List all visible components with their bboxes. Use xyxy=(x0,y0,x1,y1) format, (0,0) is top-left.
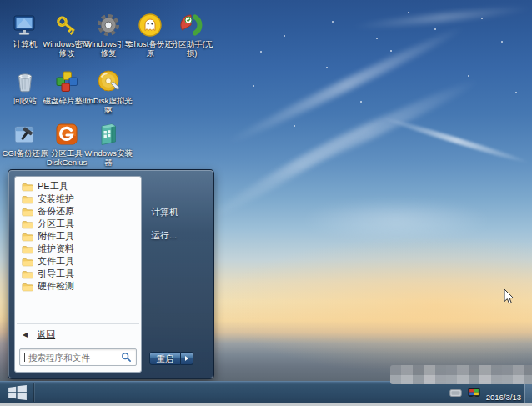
software-box-icon xyxy=(95,121,122,148)
diskgenius-g-icon xyxy=(53,121,80,148)
desktop-icon-label: 分区助手(无损) xyxy=(168,39,216,58)
folder-icon xyxy=(22,207,33,217)
recycle-bin-icon xyxy=(12,68,38,95)
start-menu-folder-install-maintain[interactable]: 安装维护 xyxy=(17,193,139,205)
desktop-icon-windows-password-reset[interactable]: Windows密码修改 xyxy=(46,12,88,58)
start-menu-back-button[interactable]: ◀ 返回 xyxy=(15,324,141,344)
show-desktop-button[interactable] xyxy=(524,382,532,403)
start-menu-folder-maintain-docs[interactable]: 维护资料 xyxy=(17,243,139,255)
folder-label: 分区工具 xyxy=(38,218,74,229)
mouse-cursor xyxy=(504,288,515,308)
screen: 计算机 Windows密码修改 Windows引导修复 G xyxy=(0,0,532,406)
cloud-streak xyxy=(350,4,532,32)
desktop-icon-computer[interactable]: 计算机 xyxy=(4,12,46,48)
folder-icon xyxy=(22,282,33,292)
desktop-icon-label: Windows安装器 xyxy=(84,148,133,167)
taskbar: 2016/3/13 xyxy=(0,381,532,403)
gear-icon xyxy=(95,12,122,38)
hammer-tool-icon xyxy=(12,121,38,148)
start-menu-folder-file-tools[interactable]: 文件工具 xyxy=(17,255,139,268)
cd-disc-icon xyxy=(95,68,122,95)
start-menu-folder-backup-restore[interactable]: 备份还原 xyxy=(17,205,139,218)
desktop-icon-partition-assistant[interactable]: 分区助手(无损) xyxy=(171,12,213,58)
start-button[interactable] xyxy=(5,383,30,402)
start-menu-folder-list: PE工具 安装维护 备份还原 分区工具 附件工具 xyxy=(15,177,141,322)
restart-options-button[interactable] xyxy=(181,352,193,365)
desktop-icon-cgi-backup[interactable]: CGI备份还原 xyxy=(4,121,46,158)
tray-display-settings-icon[interactable] xyxy=(468,388,480,398)
desktop-icon-recycle-bin[interactable]: 回收站 xyxy=(4,68,46,105)
start-menu-folder-hardware-test[interactable]: 硬件检测 xyxy=(17,280,139,293)
folder-icon xyxy=(22,269,33,279)
blurred-watermark xyxy=(390,365,532,384)
folder-icon xyxy=(22,219,33,229)
arrow-cursor-icon xyxy=(504,288,515,305)
tray-device-icon[interactable] xyxy=(449,389,462,397)
folder-label: 附件工具 xyxy=(38,231,74,242)
computer-icon xyxy=(12,12,38,38)
power-controls: 重启 xyxy=(149,352,193,365)
desktop-icon-windows-boot-repair[interactable]: Windows引导修复 xyxy=(88,12,129,58)
desktop-icon-imdisk[interactable]: ImDisk虚拟光驱 xyxy=(88,68,129,114)
folder-label: 备份还原 xyxy=(38,206,74,217)
folder-label: 硬件检测 xyxy=(38,281,74,292)
folder-label: 维护资料 xyxy=(38,243,74,254)
defrag-blocks-icon xyxy=(53,68,80,95)
start-menu-folder-boot-tools[interactable]: 引导工具 xyxy=(17,268,139,280)
system-tray: 2016/3/13 xyxy=(449,382,521,403)
folder-icon xyxy=(22,257,33,267)
search-input[interactable] xyxy=(27,352,121,363)
back-label: 返回 xyxy=(37,328,55,341)
desktop-icon-disk-defrag[interactable]: 磁盘碎片整理 xyxy=(46,68,88,105)
desktop-icon-ghost-backup[interactable]: Ghost备份还原 xyxy=(129,12,171,58)
contrail xyxy=(382,115,531,166)
start-menu-folder-accessory-tools[interactable]: 附件工具 xyxy=(17,230,139,243)
chevron-right-icon xyxy=(185,356,188,361)
start-menu-item-run[interactable]: 运行... xyxy=(151,229,208,242)
desktop-icon-label: ImDisk虚拟光驱 xyxy=(84,96,133,114)
folder-label: PE工具 xyxy=(38,181,68,192)
folder-icon xyxy=(22,194,33,204)
start-menu-folder-panel: PE工具 安装维护 备份还原 分区工具 附件工具 xyxy=(14,176,142,373)
start-menu-folder-pe-tools[interactable]: PE工具 xyxy=(17,180,139,193)
windows-logo-icon xyxy=(8,384,28,401)
pie-chart-icon xyxy=(178,12,205,38)
folder-icon xyxy=(22,232,33,242)
desktop-icon-windows-installer[interactable]: Windows安装器 xyxy=(88,121,129,167)
folder-icon xyxy=(22,182,33,192)
start-menu: PE工具 安装维护 备份还原 分区工具 附件工具 xyxy=(8,169,214,379)
search-icon xyxy=(121,352,132,363)
taskbar-separator xyxy=(33,383,34,402)
start-menu-folder-partition-tools[interactable]: 分区工具 xyxy=(17,218,139,230)
start-menu-item-computer[interactable]: 计算机 xyxy=(151,206,208,218)
stars xyxy=(0,0,2,2)
start-menu-right-panel: 计算机 运行... 重启 xyxy=(142,176,208,373)
folder-label: 文件工具 xyxy=(38,256,74,267)
desktop-icon-diskgenius[interactable]: 分区工具DiskGenius xyxy=(46,121,88,167)
tray-date[interactable]: 2016/3/13 xyxy=(486,393,521,402)
folder-label: 安装维护 xyxy=(38,193,74,204)
back-arrow-icon: ◀ xyxy=(23,332,28,338)
key-icon xyxy=(53,12,80,38)
ghost-icon xyxy=(137,12,163,38)
cloud-haze xyxy=(300,198,492,242)
folder-icon xyxy=(22,244,33,254)
text-caret xyxy=(24,353,25,362)
restart-button[interactable]: 重启 xyxy=(149,352,181,365)
search-box[interactable] xyxy=(19,348,137,366)
folder-label: 引导工具 xyxy=(38,268,74,279)
